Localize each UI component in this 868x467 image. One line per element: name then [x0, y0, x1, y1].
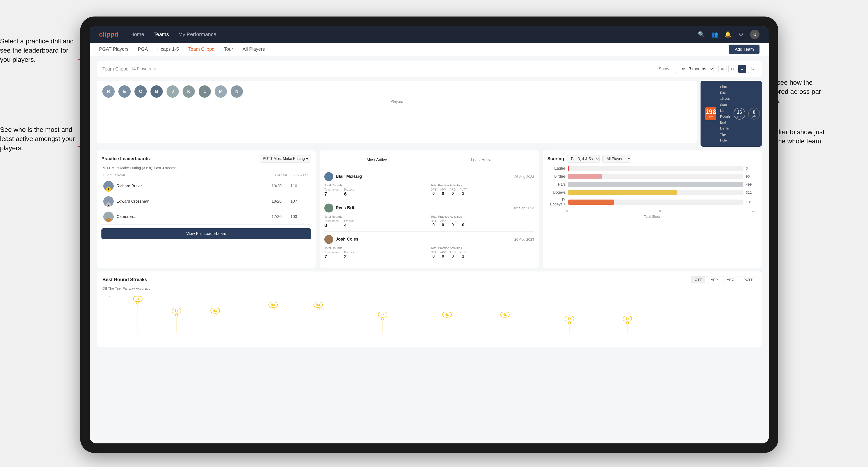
- view-list-icon[interactable]: ≡: [738, 65, 746, 73]
- bar-label: D. Bogeys +: [549, 198, 566, 206]
- bar-value: 131: [746, 200, 755, 204]
- streak-filter-app[interactable]: APP: [707, 276, 721, 283]
- activity-header-3: Josh Coles 26 Aug 2023: [324, 235, 534, 244]
- bell-icon[interactable]: 🔔: [724, 30, 732, 39]
- settings-icon[interactable]: ⚙: [737, 30, 745, 39]
- total-shots-label: Total Shots: [548, 215, 757, 218]
- view-full-leaderboard-button[interactable]: View Full Leaderboard: [101, 228, 311, 239]
- streak-filter-putt[interactable]: PUTT: [740, 276, 756, 283]
- streak-filter-ott[interactable]: OTT: [691, 276, 705, 283]
- bar-chart: Eagles 3 Birdies 96 Pars 499 Bogeys 311 …: [548, 166, 757, 206]
- player-avatar-3[interactable]: C: [134, 85, 147, 98]
- bar-label: Eagles: [549, 166, 566, 170]
- streak-vertical-line: [447, 319, 447, 333]
- subnav-hcaps[interactable]: Hcaps 1-5: [157, 45, 179, 53]
- player-avatar-6[interactable]: K: [183, 85, 195, 98]
- chart-axis: 0 200 400: [548, 209, 757, 213]
- bar-label: Birdies: [549, 174, 566, 179]
- bar-track: [568, 199, 743, 205]
- view-icons: ⊞ ⊟ ≡ ⇅: [718, 65, 756, 73]
- activity-header-1: Blair McHarg 26 Aug 2023: [324, 172, 534, 181]
- player-avatar-2[interactable]: E: [118, 85, 131, 98]
- player-avatar-5[interactable]: J: [166, 85, 179, 98]
- bar-fill: [568, 166, 569, 171]
- subnav-allplayers[interactable]: All Players: [243, 45, 265, 53]
- pa-date-3: 26 Aug 2023: [514, 237, 534, 241]
- leaderboard-row-1[interactable]: 1 Richard Butler 19/20 110: [101, 179, 311, 194]
- least-active-tab[interactable]: Least Active: [429, 155, 534, 165]
- avatar-list: R E C B J K L M N: [102, 85, 691, 98]
- view-settings-icon[interactable]: ⇅: [748, 65, 756, 73]
- edit-icon[interactable]: ✎: [153, 67, 156, 71]
- streak-dot: [626, 321, 629, 324]
- players-section: R E C B J K L M N Players: [97, 81, 697, 143]
- pa-avatar-1: [324, 172, 333, 181]
- avatar[interactable]: U: [750, 30, 760, 39]
- streaks-card: Best Round Streaks OTT APP ARG PUTT Off …: [97, 272, 762, 347]
- player-avatar-4[interactable]: B: [151, 85, 163, 98]
- lb-avg-2: 107: [290, 199, 309, 204]
- player-avatar-7[interactable]: L: [198, 85, 211, 98]
- pa-player-3: Josh Coles: [324, 235, 358, 244]
- users-icon[interactable]: 👥: [710, 30, 719, 39]
- streak-vertical-line: [627, 323, 627, 333]
- top-nav: clippd Home Teams My Performance 🔍 👥 🔔 ⚙…: [90, 26, 769, 43]
- nav-link-myperformance[interactable]: My Performance: [178, 31, 216, 37]
- leaderboard-row-2[interactable]: 2 Edward Crossman 18/20 107: [101, 194, 311, 209]
- streaks-filters: OTT APP ARG PUTT: [691, 276, 756, 283]
- streak-dot: [503, 317, 506, 320]
- view-grid-small-icon[interactable]: ⊞: [718, 65, 726, 73]
- streak-label: 5x: [313, 302, 323, 308]
- drill-select[interactable]: PUTT Must Make Putting ▾: [260, 155, 311, 162]
- lb-avg-3: 103: [290, 214, 309, 219]
- player-avatar-1[interactable]: R: [102, 85, 115, 98]
- streaks-header: Best Round Streaks OTT APP ARG PUTT: [102, 276, 756, 283]
- pa-player-2: Rees Britt: [324, 204, 356, 213]
- player-avatar-9[interactable]: N: [231, 85, 243, 98]
- view-grid-icon[interactable]: ⊟: [728, 65, 736, 73]
- players-label: Players: [102, 99, 691, 104]
- scoring-card: Scoring Par 3, 4 & 5s All Players Eagles…: [543, 151, 762, 268]
- most-active-tab[interactable]: Most Active: [324, 155, 429, 165]
- activity-header-2: Rees Britt 02 Sep 2023: [324, 204, 534, 213]
- streak-label: 4x: [442, 312, 452, 317]
- score-circles: 16 yds 0 yds: [734, 108, 760, 120]
- nav-link-home[interactable]: Home: [130, 31, 144, 37]
- nav-link-teams[interactable]: Teams: [154, 31, 169, 37]
- lb-avatar-3: 3: [103, 212, 114, 222]
- show-period-select[interactable]: Last 3 months: [675, 65, 714, 73]
- streak-label: 3x: [623, 316, 632, 321]
- leaderboard-row-3[interactable]: 3 Cameron... 17/20 103: [101, 209, 311, 224]
- subnav-teamclippd[interactable]: Team Clippd: [188, 45, 214, 53]
- annotation-top-left: Select a practice drill and see the lead…: [0, 36, 80, 64]
- scoring-title: Scoring: [548, 156, 564, 161]
- lb-name-1: Richard Butler: [117, 184, 142, 188]
- scoring-players-filter[interactable]: All Players: [602, 155, 631, 162]
- subnav-pga[interactable]: PGA: [138, 45, 148, 53]
- player-avatar-8[interactable]: M: [215, 85, 227, 98]
- pa-date-2: 02 Sep 2023: [514, 206, 534, 210]
- streaks-title: Best Round Streaks: [102, 277, 147, 282]
- nav-logo: clippd: [99, 31, 118, 38]
- scoring-header: Scoring Par 3, 4 & 5s All Players: [548, 155, 757, 162]
- lb-score-2: 18/20: [272, 199, 290, 204]
- activity-player-3: Josh Coles 26 Aug 2023 Total Rounds Tour…: [324, 231, 534, 263]
- activity-player-1: Blair McHarg 26 Aug 2023 Total Rounds To…: [324, 169, 534, 200]
- streak-dot: [568, 321, 571, 324]
- lb-player-1: 1 Richard Butler: [103, 181, 272, 191]
- lb-name-2: Edward Crossman: [117, 199, 150, 204]
- add-team-button[interactable]: Add Team: [729, 44, 760, 54]
- streak-vertical-line: [382, 319, 383, 333]
- scoring-par-filter[interactable]: Par 3, 4 & 5s: [567, 155, 599, 162]
- bar-value: 499: [746, 182, 755, 186]
- subnav-tour[interactable]: Tour: [224, 45, 233, 53]
- practice-leaderboards-card: Practice Leaderboards PUTT Must Make Put…: [97, 151, 316, 268]
- streak-filter-arg[interactable]: ARG: [723, 276, 738, 283]
- search-icon[interactable]: 🔍: [697, 30, 706, 39]
- streak-label: 4x: [500, 312, 510, 317]
- main-content[interactable]: Team Clippd 14 Players ✎ Show: Last 3 mo…: [90, 56, 769, 443]
- streak-dot: [381, 317, 384, 320]
- lb-score-1: 19/20: [272, 184, 290, 188]
- bar-track: [568, 166, 743, 171]
- subnav-pgat[interactable]: PGAT Players: [99, 45, 129, 53]
